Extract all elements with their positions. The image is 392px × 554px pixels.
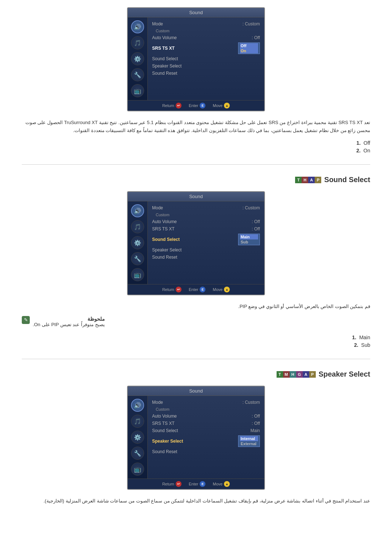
menu-item-soundselect-srs: Sound Select — [152, 55, 260, 62]
menu-icon-2: 🎵 — [131, 36, 144, 49]
tag-h: H — [290, 371, 296, 378]
srs-option-2: 2. On — [22, 148, 370, 153]
tag-t: T — [277, 371, 283, 378]
speaker-select-title: Speaker Select — [319, 370, 370, 378]
page-container: Sound 🔊 🎵 ⚙️ 🔧 📺 Mode : Custom — [0, 0, 392, 518]
option-num: 2. — [354, 342, 358, 348]
srs-ts-xt-section: Sound 🔊 🎵 ⚙️ 🔧 📺 Mode : Custom — [22, 7, 370, 153]
divider-1 — [22, 164, 370, 165]
menu-items-soundselect: Mode : Custom Custom Auto Volume : Off S… — [148, 201, 264, 284]
tag-a: A — [308, 177, 315, 183]
menu-footer-speakerselect: ▲ Move E Enter ↩ Return — [128, 479, 264, 489]
item-value: : Off — [252, 226, 260, 231]
item-value: : Off — [252, 421, 260, 426]
tag-m: M — [283, 371, 290, 378]
tag-p: P — [315, 177, 321, 183]
menu-item-soundselect-ss: Sound Select Main Sub — [152, 233, 260, 246]
footer-return-srs: ↩ Return — [162, 103, 181, 108]
menu-icon-2: 🎵 — [131, 220, 144, 233]
move-btn: ▲ — [224, 103, 230, 108]
menu-icon-1: 🔊 — [131, 204, 144, 217]
option-label: Off — [364, 140, 370, 146]
menu-item-srs-xt: SRS TS XT Off On — [152, 41, 260, 55]
tv-menu-soundselect: Sound 🔊 🎵 ⚙️ 🔧 📺 Mode : Custom — [127, 191, 265, 295]
sound-select-section: T H A P Sound Select Sound 🔊 🎵 ⚙️ 🔧 — [22, 176, 370, 348]
dropdown-on: On — [240, 48, 258, 53]
menu-icon-3: ⚙️ — [131, 52, 144, 65]
speaker-select-description: عند استخدام المنتج في أثناء اتصاله بشاشة… — [22, 497, 370, 505]
menu-title-speakerselect: Sound — [128, 386, 264, 396]
speaker-select-menu-screenshot: Sound 🔊 🎵 ⚙️ 🔧 📺 Mode : Custom — [22, 386, 370, 490]
tv-menu-srs: Sound 🔊 🎵 ⚙️ 🔧 📺 Mode : Custom — [127, 7, 265, 111]
return-btn: ↩ — [176, 287, 181, 292]
menu-content-srs: 🔊 🎵 ⚙️ 🔧 📺 Mode : Custom Custom — [128, 17, 264, 100]
dropdown-main: Main — [240, 234, 258, 239]
return-btn: ↩ — [176, 103, 181, 108]
sound-select-note: ملحوظة يصبح متوفراً عند تعيس PIP على On.… — [22, 316, 370, 327]
item-label: Sound Select — [152, 237, 180, 242]
option-label: Main — [359, 335, 370, 340]
tag-t: T — [295, 177, 302, 183]
option-num: 2. — [356, 148, 361, 153]
item-label: Auto Volume — [152, 219, 177, 224]
menu-content-soundselect: 🔊 🎵 ⚙️ 🔧 📺 Mode : Custom Custom — [128, 201, 264, 284]
item-label: Sound Select — [152, 56, 178, 61]
menu-footer-soundselect: ▲ Move E Enter ↩ Return — [128, 284, 264, 295]
menu-items-speakerselect: Mode : Custom Custom Auto Volume : Off S… — [148, 396, 264, 479]
srs-description: تعد SRS TS XT تقنية محمية ببراءة اختراع … — [22, 119, 370, 135]
item-value: : Off — [252, 219, 260, 224]
option-label: On — [363, 148, 370, 153]
move-label: Move — [213, 287, 222, 292]
menu-item-speakerselect-ss: Speaker Select — [152, 246, 260, 254]
enter-btn: E — [200, 481, 205, 487]
item-label: Custom — [156, 407, 170, 411]
menu-item-srsxt-ss: SRS TS XT : Off — [152, 225, 260, 233]
speaker-select-section: T M H G A P Speaker Select Sound 🔊 🎵 — [22, 370, 370, 505]
item-label: Speaker Select — [152, 247, 181, 253]
item-label: Sound Reset — [152, 449, 177, 454]
menu-title-srs: Sound — [128, 8, 264, 17]
srs-options-list: 1. Off 2. On — [22, 140, 370, 153]
menu-icon-4: 🔧 — [131, 447, 144, 460]
menu-item-autovolume-srs: Auto Volume : Off — [152, 34, 260, 41]
enter-btn: E — [200, 103, 205, 108]
menu-icon-1: 🔊 — [131, 20, 144, 33]
return-label: Return — [162, 482, 174, 486]
divider-2 — [22, 359, 370, 359]
tag-h: H — [302, 177, 308, 183]
menu-item-soundreset-ss: Sound Reset — [152, 254, 260, 261]
srs-dropdown: Off On — [238, 42, 260, 54]
note-content: ملحوظة يصبح متوفراً عند تعيس PIP على On. — [33, 316, 105, 327]
enter-btn: E — [200, 287, 205, 292]
option-num: 1. — [352, 335, 356, 340]
sound-select-title: Sound Select — [324, 176, 370, 184]
menu-item-custom-srs: Custom — [152, 28, 260, 34]
menu-sidebar-srs: 🔊 🎵 ⚙️ 🔧 📺 — [128, 17, 148, 100]
move-label: Move — [213, 103, 222, 108]
item-label: Sound Select — [152, 428, 178, 433]
sound-select-options-list: 1. Main 2. Sub — [22, 335, 370, 348]
srs-menu-screenshot: Sound 🔊 🎵 ⚙️ 🔧 📺 Mode : Custom — [22, 7, 370, 111]
item-value: Main — [250, 428, 260, 433]
menu-icon-3: ⚙️ — [131, 236, 144, 249]
item-value: : Custom — [242, 400, 260, 405]
item-label: Custom — [156, 213, 170, 217]
menu-icon-1: 🔊 — [131, 399, 144, 412]
tag-g: G — [296, 371, 303, 378]
item-label: Custom — [156, 29, 170, 33]
item-label: Sound Reset — [152, 255, 177, 260]
menu-icon-4: 🔧 — [131, 68, 144, 81]
item-label: SRS TS XT — [152, 46, 175, 51]
item-value: : Off — [252, 35, 260, 40]
menu-item-speakerselect-srs: Speaker Select — [152, 62, 260, 70]
menu-item-srsxt-spk: SRS TS XT : Off — [152, 420, 260, 427]
sound-select-description: قم بتمكين الصوت الخاص بالعرض الأساسي أو … — [22, 303, 370, 311]
move-label: Move — [213, 482, 222, 486]
footer-enter-ss: E Enter — [189, 287, 205, 292]
enter-label: Enter — [189, 103, 198, 108]
footer-return-spk: ↩ Return — [162, 481, 181, 487]
menu-icon-2: 🎵 — [131, 415, 144, 428]
tag-p: P — [309, 371, 316, 378]
menu-icon-4: 🔧 — [131, 252, 144, 265]
sound-select-menu-screenshot: Sound 🔊 🎵 ⚙️ 🔧 📺 Mode : Custom — [22, 191, 370, 295]
